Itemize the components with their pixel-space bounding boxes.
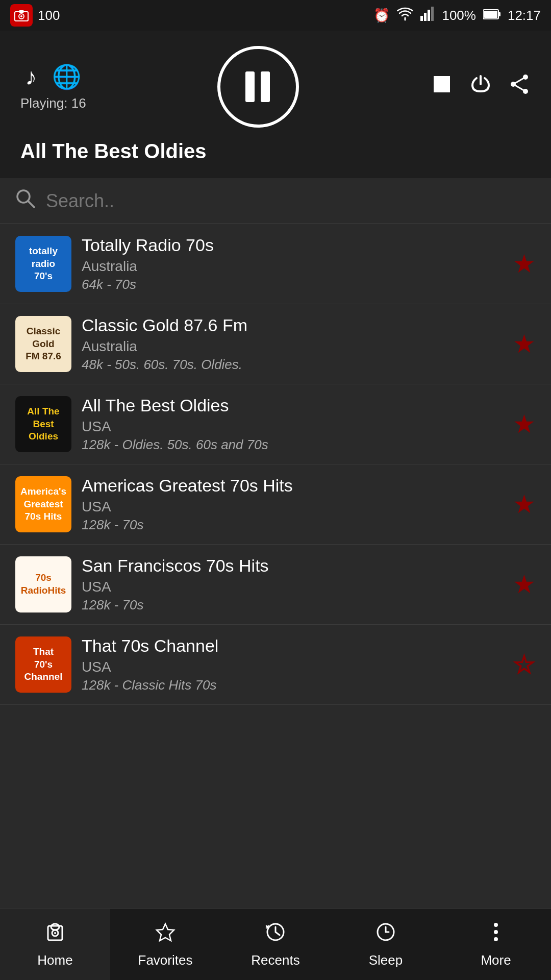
status-bar: 100 ⏰ 100% (0, 0, 551, 31)
svg-line-15 (513, 77, 525, 84)
nav-sleep-label: Sleep (369, 952, 403, 968)
favorite-star[interactable]: ★ (513, 489, 536, 519)
player-right-controls (431, 73, 531, 101)
station-item[interactable]: totally radio 70's Totally Radio 70s Aus… (0, 224, 551, 304)
player-left-controls: ♪ 🌐 Playing: 16 (20, 63, 86, 111)
bottom-nav: Home Favorites Recents Sleep (0, 909, 551, 980)
station-country: USA (82, 499, 503, 515)
svg-rect-11 (434, 76, 450, 92)
status-time: 12:17 (508, 8, 541, 23)
station-info: San Franciscos 70s Hits USA 128k - 70s (71, 556, 513, 613)
station-meta: 128k - Classic Hits 70s (82, 677, 503, 693)
station-logo: America's Greatest 70s Hits (15, 476, 71, 532)
nav-favorites[interactable]: Favorites (110, 909, 220, 980)
now-playing-title: All The Best Oldies (20, 140, 531, 163)
playing-label: Playing: 16 (20, 95, 86, 111)
home-icon (44, 921, 66, 948)
sleep-icon (374, 921, 397, 948)
station-logo: totally radio 70's (15, 236, 71, 292)
station-country: Australia (82, 258, 503, 275)
station-logo: All The Best Oldies (15, 396, 71, 452)
station-country: USA (82, 419, 503, 435)
station-name: Classic Gold 87.6 Fm (82, 315, 503, 335)
station-name: San Franciscos 70s Hits (82, 556, 503, 576)
svg-rect-6 (428, 10, 430, 21)
search-icon (15, 188, 36, 213)
search-input[interactable] (46, 190, 536, 212)
more-icon (485, 921, 507, 948)
station-info: That 70s Channel USA 128k - Classic Hits… (71, 636, 513, 693)
favorites-icon (154, 921, 177, 948)
station-info: Totally Radio 70s Australia 64k - 70s (71, 235, 513, 292)
pause-icon (245, 71, 271, 102)
station-info: Americas Greatest 70s Hits USA 128k - 70… (71, 476, 513, 533)
app-icon (10, 4, 33, 27)
svg-rect-9 (484, 11, 497, 18)
svg-rect-20 (51, 924, 59, 930)
station-meta: 64k - 70s (82, 277, 503, 292)
station-logo: That 70's Channel (15, 636, 71, 693)
status-right: ⏰ 100% (373, 7, 541, 24)
svg-rect-4 (420, 16, 423, 21)
svg-point-22 (54, 932, 56, 934)
favorite-star[interactable]: ★ (513, 329, 536, 359)
station-item[interactable]: Classic Gold FM 87.6 Classic Gold 87.6 F… (0, 304, 551, 384)
player-area: ♪ 🌐 Playing: 16 (0, 31, 551, 178)
battery-percent: 100% (442, 8, 476, 23)
svg-marker-23 (157, 924, 174, 941)
station-name: That 70s Channel (82, 636, 503, 656)
svg-line-18 (28, 201, 34, 207)
station-meta: 128k - Oldies. 50s. 60s and 70s (82, 437, 503, 453)
share-icon[interactable] (508, 73, 531, 101)
music-icon[interactable]: ♪ (25, 63, 37, 90)
alarm-icon: ⏰ (373, 8, 390, 23)
svg-rect-3 (19, 10, 24, 13)
wifi-icon (397, 7, 413, 24)
station-name: Totally Radio 70s (82, 235, 503, 255)
svg-rect-7 (431, 7, 434, 21)
nav-sleep[interactable]: Sleep (331, 909, 441, 980)
station-name: All The Best Oldies (82, 396, 503, 415)
signal-icon (420, 7, 435, 24)
station-name: Americas Greatest 70s Hits (82, 476, 503, 496)
status-app-number: 100 (38, 8, 60, 23)
favorite-star[interactable]: ☆ (513, 650, 536, 679)
pause-button[interactable] (217, 46, 299, 128)
svg-point-27 (494, 930, 498, 934)
station-logo: 70s RadioHits (15, 556, 71, 612)
nav-more[interactable]: More (441, 909, 551, 980)
nav-recents[interactable]: Recents (220, 909, 331, 980)
globe-icon[interactable]: 🌐 (52, 63, 81, 90)
favorite-star[interactable]: ★ (513, 249, 536, 279)
nav-more-label: More (481, 952, 511, 968)
station-country: USA (82, 659, 503, 675)
station-logo: Classic Gold FM 87.6 (15, 316, 71, 372)
nav-recents-label: Recents (251, 952, 299, 968)
svg-point-28 (494, 937, 498, 941)
svg-point-2 (20, 15, 22, 17)
svg-line-16 (513, 84, 525, 91)
svg-point-26 (494, 923, 498, 927)
station-meta: 48k - 50s. 60s. 70s. Oldies. (82, 357, 503, 373)
battery-icon (483, 8, 500, 23)
station-info: Classic Gold 87.6 Fm Australia 48k - 50s… (71, 315, 513, 373)
station-item[interactable]: America's Greatest 70s Hits Americas Gre… (0, 464, 551, 545)
station-item[interactable]: That 70's Channel That 70s Channel USA 1… (0, 625, 551, 705)
search-bar (0, 178, 551, 224)
favorite-star[interactable]: ★ (513, 409, 536, 439)
station-meta: 128k - 70s (82, 517, 503, 533)
svg-rect-5 (424, 13, 427, 21)
stop-icon[interactable] (431, 73, 453, 101)
station-meta: 128k - 70s (82, 597, 503, 613)
station-country: Australia (82, 338, 503, 355)
recents-icon (264, 921, 287, 948)
favorite-star[interactable]: ★ (513, 570, 536, 599)
station-item[interactable]: All The Best Oldies All The Best Oldies … (0, 384, 551, 464)
station-list: totally radio 70's Totally Radio 70s Aus… (0, 224, 551, 898)
nav-home[interactable]: Home (0, 909, 110, 980)
power-icon[interactable] (469, 73, 492, 101)
station-item[interactable]: 70s RadioHits San Franciscos 70s Hits US… (0, 545, 551, 625)
station-country: USA (82, 579, 503, 595)
nav-home-label: Home (37, 952, 72, 968)
nav-favorites-label: Favorites (138, 952, 193, 968)
